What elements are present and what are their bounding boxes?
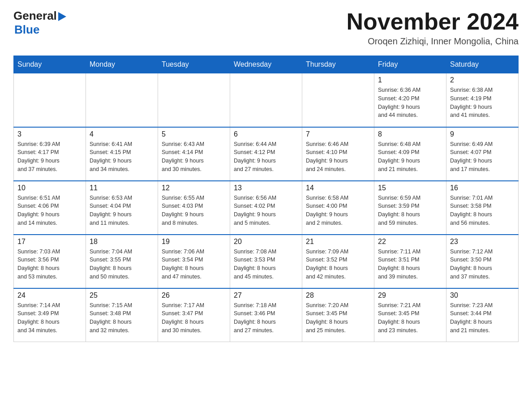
table-row [158, 73, 230, 127]
day-number: 16 [450, 184, 515, 192]
day-number: 26 [162, 291, 226, 300]
day-number: 10 [17, 184, 82, 192]
day-number: 4 [90, 130, 154, 138]
month-title: November 2024 [347, 9, 519, 34]
table-row: 25Sunrise: 7:15 AM Sunset: 3:48 PM Dayli… [86, 288, 158, 342]
day-number: 3 [17, 130, 82, 138]
page-header: General Blue November 2024 Oroqen Zizhiq… [13, 9, 519, 47]
table-row: 2Sunrise: 6:38 AM Sunset: 4:19 PM Daylig… [446, 73, 519, 127]
table-row: 11Sunrise: 6:53 AM Sunset: 4:04 PM Dayli… [86, 181, 158, 235]
day-info: Sunrise: 6:49 AM Sunset: 4:07 PM Dayligh… [450, 140, 515, 174]
day-info: Sunrise: 7:03 AM Sunset: 3:56 PM Dayligh… [17, 248, 82, 281]
col-sunday: Sunday [14, 56, 86, 73]
day-number: 20 [234, 238, 298, 246]
table-row: 22Sunrise: 7:11 AM Sunset: 3:51 PM Dayli… [374, 235, 446, 288]
day-info: Sunrise: 7:01 AM Sunset: 3:58 PM Dayligh… [450, 194, 515, 227]
table-row: 6Sunrise: 6:44 AM Sunset: 4:12 PM Daylig… [230, 127, 302, 181]
day-info: Sunrise: 7:11 AM Sunset: 3:51 PM Dayligh… [378, 248, 442, 281]
day-number: 30 [450, 291, 515, 300]
day-info: Sunrise: 7:20 AM Sunset: 3:45 PM Dayligh… [306, 301, 370, 335]
day-number: 12 [162, 184, 226, 192]
table-row: 29Sunrise: 7:21 AM Sunset: 3:45 PM Dayli… [374, 288, 446, 342]
day-info: Sunrise: 6:59 AM Sunset: 3:59 PM Dayligh… [378, 194, 442, 227]
calendar-header-row: Sunday Monday Tuesday Wednesday Thursday… [14, 56, 519, 73]
day-number: 17 [17, 238, 82, 246]
col-wednesday: Wednesday [230, 56, 302, 73]
table-row: 21Sunrise: 7:09 AM Sunset: 3:52 PM Dayli… [302, 235, 374, 288]
day-number: 14 [306, 184, 370, 192]
table-row: 4Sunrise: 6:41 AM Sunset: 4:15 PM Daylig… [86, 127, 158, 181]
day-number: 25 [90, 291, 154, 300]
table-row: 1Sunrise: 6:36 AM Sunset: 4:20 PM Daylig… [374, 73, 446, 127]
table-row: 7Sunrise: 6:46 AM Sunset: 4:10 PM Daylig… [302, 127, 374, 181]
col-tuesday: Tuesday [158, 56, 230, 73]
day-number: 5 [162, 130, 226, 138]
col-friday: Friday [374, 56, 446, 73]
table-row: 20Sunrise: 7:08 AM Sunset: 3:53 PM Dayli… [230, 235, 302, 288]
day-info: Sunrise: 7:17 AM Sunset: 3:47 PM Dayligh… [162, 301, 226, 335]
day-number: 23 [450, 238, 515, 246]
table-row: 17Sunrise: 7:03 AM Sunset: 3:56 PM Dayli… [14, 235, 86, 288]
day-info: Sunrise: 6:53 AM Sunset: 4:04 PM Dayligh… [90, 194, 154, 227]
day-number: 1 [378, 76, 442, 84]
week-row-3: 10Sunrise: 6:51 AM Sunset: 4:06 PM Dayli… [14, 181, 519, 235]
day-info: Sunrise: 6:46 AM Sunset: 4:10 PM Dayligh… [306, 140, 370, 174]
col-monday: Monday [86, 56, 158, 73]
col-thursday: Thursday [302, 56, 374, 73]
day-info: Sunrise: 7:18 AM Sunset: 3:46 PM Dayligh… [234, 301, 298, 335]
table-row: 26Sunrise: 7:17 AM Sunset: 3:47 PM Dayli… [158, 288, 230, 342]
table-row: 24Sunrise: 7:14 AM Sunset: 3:49 PM Dayli… [14, 288, 86, 342]
location-subtitle: Oroqen Zizhiqi, Inner Mongolia, China [347, 36, 519, 47]
table-row: 30Sunrise: 7:23 AM Sunset: 3:44 PM Dayli… [446, 288, 519, 342]
day-info: Sunrise: 6:56 AM Sunset: 4:02 PM Dayligh… [234, 194, 298, 227]
day-number: 9 [450, 130, 515, 138]
calendar-table: Sunday Monday Tuesday Wednesday Thursday… [13, 56, 519, 342]
day-info: Sunrise: 7:12 AM Sunset: 3:50 PM Dayligh… [450, 248, 515, 281]
day-info: Sunrise: 6:36 AM Sunset: 4:20 PM Dayligh… [378, 86, 442, 120]
table-row: 8Sunrise: 6:48 AM Sunset: 4:09 PM Daylig… [374, 127, 446, 181]
table-row: 5Sunrise: 6:43 AM Sunset: 4:14 PM Daylig… [158, 127, 230, 181]
day-info: Sunrise: 7:15 AM Sunset: 3:48 PM Dayligh… [90, 301, 154, 335]
table-row: 18Sunrise: 7:04 AM Sunset: 3:55 PM Dayli… [86, 235, 158, 288]
day-number: 27 [234, 291, 298, 300]
day-info: Sunrise: 6:38 AM Sunset: 4:19 PM Dayligh… [450, 86, 515, 120]
day-info: Sunrise: 6:58 AM Sunset: 4:00 PM Dayligh… [306, 194, 370, 227]
day-info: Sunrise: 6:55 AM Sunset: 4:03 PM Dayligh… [162, 194, 226, 227]
day-number: 21 [306, 238, 370, 246]
table-row: 9Sunrise: 6:49 AM Sunset: 4:07 PM Daylig… [446, 127, 519, 181]
logo-arrow-icon [58, 12, 66, 21]
week-row-4: 17Sunrise: 7:03 AM Sunset: 3:56 PM Dayli… [14, 235, 519, 288]
week-row-2: 3Sunrise: 6:39 AM Sunset: 4:17 PM Daylig… [14, 127, 519, 181]
col-saturday: Saturday [446, 56, 519, 73]
day-number: 2 [450, 76, 515, 84]
day-info: Sunrise: 7:09 AM Sunset: 3:52 PM Dayligh… [306, 248, 370, 281]
day-info: Sunrise: 6:43 AM Sunset: 4:14 PM Dayligh… [162, 140, 226, 174]
logo: General Blue [13, 9, 66, 37]
day-number: 11 [90, 184, 154, 192]
logo-blue-text: Blue [13, 23, 39, 36]
table-row: 27Sunrise: 7:18 AM Sunset: 3:46 PM Dayli… [230, 288, 302, 342]
day-info: Sunrise: 6:41 AM Sunset: 4:15 PM Dayligh… [90, 140, 154, 174]
table-row: 12Sunrise: 6:55 AM Sunset: 4:03 PM Dayli… [158, 181, 230, 235]
table-row: 28Sunrise: 7:20 AM Sunset: 3:45 PM Dayli… [302, 288, 374, 342]
table-row: 3Sunrise: 6:39 AM Sunset: 4:17 PM Daylig… [14, 127, 86, 181]
table-row [14, 73, 86, 127]
table-row: 19Sunrise: 7:06 AM Sunset: 3:54 PM Dayli… [158, 235, 230, 288]
logo-general-text: General [13, 9, 57, 23]
day-info: Sunrise: 7:21 AM Sunset: 3:45 PM Dayligh… [378, 301, 442, 335]
day-info: Sunrise: 6:51 AM Sunset: 4:06 PM Dayligh… [17, 194, 82, 227]
day-number: 15 [378, 184, 442, 192]
day-number: 29 [378, 291, 442, 300]
table-row [86, 73, 158, 127]
day-number: 22 [378, 238, 442, 246]
day-info: Sunrise: 7:04 AM Sunset: 3:55 PM Dayligh… [90, 248, 154, 281]
day-info: Sunrise: 6:48 AM Sunset: 4:09 PM Dayligh… [378, 140, 442, 174]
table-row: 15Sunrise: 6:59 AM Sunset: 3:59 PM Dayli… [374, 181, 446, 235]
day-number: 24 [17, 291, 82, 300]
day-number: 19 [162, 238, 226, 246]
day-number: 7 [306, 130, 370, 138]
day-number: 28 [306, 291, 370, 300]
day-info: Sunrise: 7:14 AM Sunset: 3:49 PM Dayligh… [17, 301, 82, 335]
day-number: 6 [234, 130, 298, 138]
table-row: 14Sunrise: 6:58 AM Sunset: 4:00 PM Dayli… [302, 181, 374, 235]
